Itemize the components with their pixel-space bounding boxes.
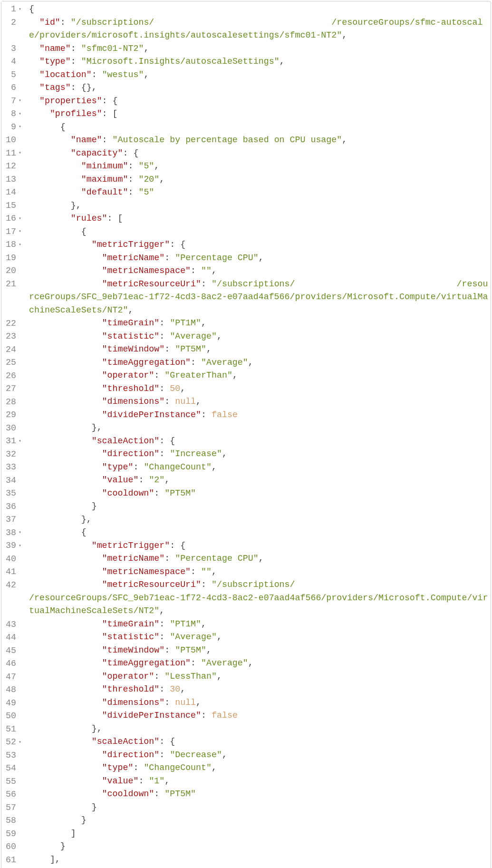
fold-toggle-icon[interactable]: ▾: [18, 530, 21, 535]
gutter-row[interactable]: 32: [1, 448, 26, 461]
code-line[interactable]: "minimum": "5",: [29, 160, 491, 173]
fold-toggle-icon[interactable]: ▾: [18, 125, 21, 129]
code-line[interactable]: "name": "sfmc01-NT2",: [29, 42, 491, 56]
code-line[interactable]: "scaleAction": {: [29, 735, 491, 749]
code-line[interactable]: "metricTrigger": {: [29, 539, 491, 553]
gutter-row[interactable]: 22: [1, 317, 26, 331]
gutter-row[interactable]: 21: [1, 278, 26, 317]
code-line[interactable]: "metricName": "Percentage CPU",: [29, 252, 491, 265]
code-line[interactable]: "default": "5": [29, 186, 491, 199]
gutter-row[interactable]: 12: [1, 160, 26, 173]
gutter-row[interactable]: 24: [1, 343, 26, 357]
code-line[interactable]: "tags": {},: [29, 81, 491, 95]
gutter-row[interactable]: 60: [1, 840, 26, 854]
code-line[interactable]: "timeAggregation": "Average",: [29, 657, 491, 670]
code-line[interactable]: "type": "ChangeCount",: [29, 761, 491, 775]
gutter-row[interactable]: 55: [1, 775, 26, 789]
gutter-row[interactable]: 26: [1, 370, 26, 383]
gutter-row[interactable]: 19: [1, 252, 26, 265]
gutter-row[interactable]: 43: [1, 618, 26, 632]
code-line[interactable]: "timeGrain": "PT1M",: [29, 618, 491, 631]
code-line[interactable]: "metricNamespace": "",: [29, 264, 491, 278]
code-line[interactable]: },: [29, 722, 491, 736]
gutter-row[interactable]: 3: [1, 42, 26, 56]
code-line[interactable]: }: [29, 840, 491, 853]
fold-toggle-icon[interactable]: ▾: [18, 151, 21, 156]
code-line[interactable]: {: [29, 121, 491, 134]
gutter-row[interactable]: 53: [1, 749, 26, 762]
code-line[interactable]: },: [29, 513, 491, 527]
code-line[interactable]: "cooldown": "PT5M": [29, 788, 491, 801]
code-line[interactable]: "timeWindow": "PT5M",: [29, 644, 491, 657]
code-line[interactable]: "value": "2",: [29, 474, 491, 487]
fold-toggle-icon[interactable]: ▾: [18, 229, 21, 234]
fold-toggle-icon[interactable]: ▾: [18, 112, 21, 117]
gutter-row[interactable]: 50: [1, 710, 26, 723]
gutter-row[interactable]: 33: [1, 461, 26, 474]
gutter-row[interactable]: 14: [1, 186, 26, 199]
fold-toggle-icon[interactable]: ▾: [18, 243, 21, 247]
code-line[interactable]: "operator": "LessThan",: [29, 670, 491, 683]
code-line[interactable]: "metricTrigger": {: [29, 238, 491, 252]
code-line[interactable]: "cooldown": "PT5M": [29, 487, 491, 500]
gutter-row[interactable]: 39▾: [1, 539, 26, 553]
gutter-row[interactable]: 49: [1, 697, 26, 710]
code-line[interactable]: "name": "Autoscale by percentage based o…: [29, 134, 491, 147]
gutter-row[interactable]: 29: [1, 409, 26, 422]
gutter-row[interactable]: 37: [1, 513, 26, 527]
gutter-row[interactable]: 36: [1, 500, 26, 514]
fold-toggle-icon[interactable]: ▾: [18, 439, 21, 444]
fold-toggle-icon[interactable]: ▾: [18, 98, 21, 103]
gutter-row[interactable]: 23: [1, 330, 26, 343]
code-line[interactable]: "capacity": {: [29, 147, 491, 160]
gutter-row[interactable]: 54: [1, 762, 26, 775]
gutter-row[interactable]: 35: [1, 487, 26, 500]
gutter-row[interactable]: 6: [1, 81, 26, 95]
gutter-row[interactable]: 47: [1, 671, 26, 684]
gutter-row[interactable]: 10: [1, 134, 26, 147]
json-editor[interactable]: 1▾234567▾8▾9▾1011▾1213141516▾17▾18▾19202…: [1, 1, 491, 868]
fold-toggle-icon[interactable]: ▾: [18, 216, 21, 221]
code-line[interactable]: "type": "Microsoft.Insights/autoscaleSet…: [29, 55, 491, 68]
gutter-row[interactable]: 51: [1, 723, 26, 736]
code-line[interactable]: "dividePerInstance": false: [29, 709, 491, 722]
code-line[interactable]: "dimensions": null,: [29, 395, 491, 409]
code-line[interactable]: }: [29, 814, 491, 827]
gutter-row[interactable]: 4: [1, 55, 26, 68]
code-line[interactable]: {: [29, 526, 491, 539]
gutter-row[interactable]: 42: [1, 579, 26, 618]
fold-toggle-icon[interactable]: ▾: [18, 740, 21, 745]
code-line[interactable]: ]: [29, 827, 491, 840]
code-line[interactable]: "properties": {: [29, 95, 491, 108]
gutter-row[interactable]: 57: [1, 801, 26, 815]
gutter-row[interactable]: 48: [1, 683, 26, 697]
gutter-row[interactable]: 1▾: [1, 3, 26, 16]
code-line[interactable]: "timeWindow": "PT5M",: [29, 343, 491, 356]
code-line[interactable]: "threshold": 50,: [29, 382, 491, 396]
code-line[interactable]: "metricResourceUri": "/subscriptions/ /r…: [29, 578, 491, 618]
code-line[interactable]: "id": "/subscriptions/ /resourceGroups/s…: [29, 16, 491, 42]
code-line[interactable]: "threshold": 30,: [29, 683, 491, 696]
gutter-row[interactable]: 9▾: [1, 121, 26, 134]
gutter-row[interactable]: 16▾: [1, 212, 26, 225]
gutter-row[interactable]: 11▾: [1, 147, 26, 160]
gutter-row[interactable]: 2: [1, 16, 26, 42]
gutter-row[interactable]: 59: [1, 828, 26, 841]
code-line[interactable]: "direction": "Increase",: [29, 448, 491, 461]
gutter-row[interactable]: 17▾: [1, 225, 26, 239]
code-line[interactable]: "enabled": true,: [29, 866, 491, 868]
code-line[interactable]: ],: [29, 853, 491, 867]
gutter-row[interactable]: 34: [1, 474, 26, 488]
gutter-row[interactable]: 18▾: [1, 238, 26, 252]
code-line[interactable]: "metricResourceUri": "/subscriptions/ /r…: [29, 278, 491, 317]
code-line[interactable]: "metricName": "Percentage CPU",: [29, 552, 491, 566]
gutter-row[interactable]: 58: [1, 814, 26, 828]
gutter-row[interactable]: 28: [1, 396, 26, 409]
gutter-row[interactable]: 41: [1, 566, 26, 579]
code-line[interactable]: }: [29, 500, 491, 513]
code-line[interactable]: "value": "1",: [29, 775, 491, 788]
code-line[interactable]: "timeAggregation": "Average",: [29, 356, 491, 370]
code-line[interactable]: "rules": [: [29, 212, 491, 225]
gutter-row[interactable]: 46: [1, 657, 26, 671]
code-line[interactable]: "metricNamespace": "",: [29, 566, 491, 579]
